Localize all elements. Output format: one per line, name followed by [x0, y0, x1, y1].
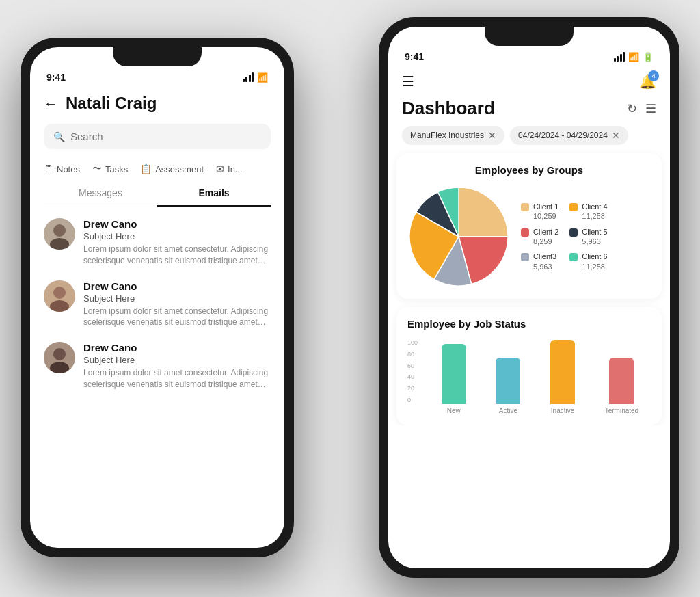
- left-status-icons: 📶: [243, 72, 269, 83]
- contact-name: Natali Craig: [66, 94, 157, 113]
- legend-value-client3: 5,963: [533, 262, 556, 271]
- bars-container: New Active Inactive: [429, 339, 651, 414]
- legend-dot-client6: [569, 253, 578, 261]
- chip-company-close[interactable]: ✕: [488, 130, 496, 141]
- legend-client5: Client 5 5,963: [569, 227, 607, 247]
- bar-active: Active: [496, 358, 520, 414]
- back-header: ← Natali Craig: [44, 88, 271, 124]
- legend-label-client4: Client 4: [582, 202, 607, 211]
- bar-active-label: Active: [499, 407, 517, 414]
- chip-date-label: 04/24/2024 - 04/29/2024: [518, 131, 608, 140]
- sub-tab-emails[interactable]: Emails: [157, 181, 271, 207]
- legend-label-client1: Client 1: [533, 202, 558, 211]
- filter-chip-company[interactable]: ManuFlex Industries ✕: [402, 126, 504, 145]
- legend-value-client6: 11,258: [582, 262, 607, 271]
- sender-name: Drew Cano: [83, 218, 271, 230]
- tab-notes[interactable]: 🗒 Notes: [44, 163, 80, 174]
- right-screen-content: ☰ 🔔 4 Dashboard ↻ ☰: [388, 68, 670, 425]
- filter-icon[interactable]: ☰: [645, 101, 656, 116]
- left-screen: 9:41 📶 ← Natali Craig: [30, 47, 284, 548]
- tab-tasks-label: Tasks: [105, 164, 128, 174]
- chip-company-label: ManuFlex Industries: [410, 131, 484, 140]
- filter-chip-date[interactable]: 04/24/2024 - 04/29/2024 ✕: [510, 126, 628, 145]
- y-label-100: 100: [407, 339, 427, 346]
- signal-icon: [614, 52, 625, 62]
- filter-chips: ManuFlex Industries ✕ 04/24/2024 - 04/29…: [388, 126, 670, 153]
- legend-client6: Client 6 11,258: [569, 252, 607, 271]
- refresh-icon[interactable]: ↻: [627, 101, 637, 116]
- wifi-icon: 📶: [257, 72, 268, 83]
- tab-assessment-label: Assessment: [155, 164, 204, 174]
- signal-icon: [243, 72, 254, 82]
- right-nav-bar: ☰ 🔔 4: [388, 68, 670, 90]
- tasks-icon: 〜: [92, 163, 102, 175]
- search-bar: 🔍: [44, 124, 271, 149]
- bar-chart-title: Employee by Job Status: [407, 318, 651, 330]
- right-notch: [485, 27, 574, 46]
- left-phone: 9:41 📶 ← Natali Craig: [21, 38, 294, 557]
- sub-tab-messages[interactable]: Messages: [44, 181, 157, 207]
- search-icon: 🔍: [53, 131, 65, 142]
- y-label-40: 40: [407, 373, 427, 380]
- bar-terminated-rect: [609, 358, 634, 404]
- svg-point-4: [53, 287, 66, 299]
- email-preview: Lorem ipsum dolor sit amet consectetur. …: [83, 243, 271, 267]
- legend-label-client3: Client3: [533, 252, 556, 261]
- svg-point-7: [53, 348, 66, 360]
- tab-inbox[interactable]: ✉ In...: [216, 163, 243, 174]
- list-item[interactable]: Drew Cano Subject Here Lorem ipsum dolor…: [44, 280, 271, 329]
- bar-new-rect: [442, 344, 466, 404]
- svg-point-1: [53, 224, 66, 237]
- pie-chart-title: Employees by Groups: [407, 164, 651, 176]
- legend-value-client2: 8,259: [533, 237, 558, 246]
- message-body: Drew Cano Subject Here Lorem ipsum dolor…: [83, 218, 271, 267]
- email-preview: Lorem ipsum dolor sit amet consectetur. …: [83, 367, 271, 390]
- legend-client3: Client3 5,963: [521, 252, 558, 271]
- bar-new-label: New: [447, 407, 461, 414]
- legend-value-client5: 5,963: [582, 237, 607, 246]
- dashboard-header: Dashboard ↻ ☰: [388, 90, 670, 126]
- bar-inactive-label: Inactive: [551, 407, 574, 414]
- legend-dot-client4: [569, 203, 578, 211]
- legend-client1: Client 1 10,259: [521, 202, 558, 222]
- notification-bell-wrapper: 🔔 4: [639, 73, 656, 90]
- email-preview: Lorem ipsum dolor sit amet consectetur. …: [83, 306, 271, 329]
- tab-notes-label: Notes: [57, 164, 80, 174]
- wifi-icon: 📶: [628, 52, 639, 62]
- search-input[interactable]: [70, 131, 261, 142]
- bar-chart-section: Employee by Job Status 100 80 60 40 20 0: [396, 307, 662, 425]
- battery-icon: 🔋: [643, 52, 654, 62]
- bar-inactive: Inactive: [550, 340, 575, 414]
- notification-badge: 4: [648, 70, 659, 81]
- right-phone: 9:41 📶 🔋 ☰: [379, 17, 679, 578]
- y-label-20: 20: [407, 385, 427, 392]
- legend-value-client4: 11,258: [582, 211, 607, 221]
- legend-dot-client3: [521, 253, 529, 261]
- bar-terminated-label: Terminated: [605, 407, 638, 414]
- legend-client2: Client 2 8,259: [521, 227, 558, 247]
- chip-date-close[interactable]: ✕: [612, 130, 620, 141]
- tab-assessment[interactable]: 📋 Assessment: [140, 163, 204, 174]
- legend-label-client5: Client 5: [582, 227, 607, 237]
- left-notch: [113, 47, 202, 66]
- dashboard-title: Dashboard: [402, 98, 495, 119]
- left-content: ← Natali Craig 🔍 🗒 Notes 〜 Tas: [30, 88, 284, 390]
- email-subject: Subject Here: [83, 231, 271, 241]
- y-label-80: 80: [407, 351, 427, 358]
- inbox-icon: ✉: [216, 163, 224, 174]
- sub-tabs: Messages Emails: [44, 181, 271, 207]
- list-item[interactable]: Drew Cano Subject Here Lorem ipsum dolor…: [44, 218, 271, 267]
- bar-inactive-rect: [550, 340, 575, 404]
- list-item[interactable]: Drew Cano Subject Here Lorem ipsum dolor…: [44, 342, 271, 390]
- bar-active-rect: [496, 358, 520, 404]
- right-screen: 9:41 📶 🔋 ☰: [388, 27, 670, 568]
- hamburger-menu[interactable]: ☰: [402, 75, 414, 88]
- legend-label-client2: Client 2: [533, 227, 558, 237]
- bar-chart-wrapper: 100 80 60 40 20 0 New: [407, 339, 651, 414]
- y-axis: 100 80 60 40 20 0: [407, 339, 427, 414]
- email-subject: Subject Here: [83, 355, 271, 365]
- back-button[interactable]: ←: [44, 96, 57, 111]
- y-label-60: 60: [407, 362, 427, 369]
- tab-tasks[interactable]: 〜 Tasks: [92, 163, 128, 175]
- sender-name: Drew Cano: [83, 280, 271, 292]
